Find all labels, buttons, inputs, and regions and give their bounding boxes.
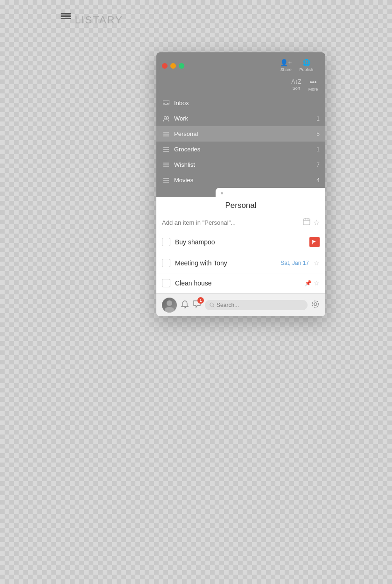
sidebar-item-wishlist-count: 7 (316, 162, 320, 168)
task-2-star[interactable]: ☆ (314, 259, 320, 267)
task-2-date: Sat, Jan 17 (280, 260, 309, 266)
minimize-button[interactable] (170, 63, 176, 69)
sidebar-item-groceries-label: Groceries (174, 146, 316, 153)
messages-button[interactable]: 1 (193, 300, 201, 310)
wishlist-icon (162, 162, 170, 168)
app-window: 👤+ Share 🌐 Publish A↕Z Sort ••• More (156, 52, 325, 316)
task-item: Clean house 📌 ☆ (156, 273, 325, 293)
app-title: Listary (75, 14, 123, 26)
close-button[interactable] (162, 63, 168, 69)
task-3-checkbox[interactable] (162, 279, 170, 287)
calendar-icon[interactable] (303, 218, 310, 227)
svg-marker-19 (313, 240, 316, 243)
star-empty-icon[interactable]: ☆ (313, 218, 320, 227)
sidebar-item-inbox[interactable]: Inbox (156, 95, 325, 111)
svg-point-2 (167, 116, 169, 119)
task-3-pin[interactable]: 📌 (305, 280, 312, 286)
sidebar-item-work[interactable]: Work 1 (156, 111, 325, 126)
avatar[interactable] (162, 298, 177, 313)
sort-button[interactable]: A↕Z Sort (288, 78, 305, 93)
sidebar-item-wishlist[interactable]: Wishlist 7 (156, 157, 325, 172)
svg-point-24 (210, 303, 213, 306)
svg-rect-0 (163, 100, 169, 104)
sidebar-item-wishlist-label: Wishlist (174, 161, 316, 168)
personal-icon (162, 131, 170, 137)
more-label: More (308, 87, 318, 92)
add-item-row: ☆ (156, 214, 325, 231)
sidebar-list: Inbox Work 1 (156, 95, 325, 188)
sidebar: 👤+ Share 🌐 Publish A↕Z Sort ••• More (156, 52, 325, 188)
svg-point-1 (164, 116, 167, 119)
task-1-checkbox[interactable] (162, 238, 170, 246)
more-button[interactable]: ••• More (305, 78, 322, 93)
task-1-name: Buy shampoo (175, 238, 309, 246)
share-label: Share (280, 67, 292, 72)
movies-icon (162, 178, 170, 183)
task-1-flag[interactable] (309, 237, 320, 247)
maximize-button[interactable] (179, 63, 184, 69)
svg-point-21 (167, 300, 172, 306)
sidebar-item-personal-label: Personal (174, 130, 316, 137)
task-list: Buy shampoo Meeting with Tony Sat, Jan 1… (156, 231, 325, 293)
sidebar-item-work-label: Work (174, 115, 316, 122)
sidebar-toolbar: 👤+ Share 🌐 Publish (273, 57, 320, 75)
sidebar-item-personal[interactable]: Personal 5 (156, 126, 325, 142)
svg-point-27 (312, 301, 319, 307)
sidebar-item-inbox-label: Inbox (174, 100, 320, 107)
svg-point-23 (184, 307, 186, 308)
inbox-icon (162, 100, 170, 106)
sidebar-item-groceries[interactable]: Groceries 1 (156, 142, 325, 157)
sort-icon: A↕Z (291, 78, 301, 85)
toolbar-row-2: A↕Z Sort ••• More (156, 78, 325, 95)
task-3-star[interactable]: ☆ (314, 279, 320, 287)
sidebar-item-movies-count: 4 (316, 177, 320, 184)
svg-line-25 (213, 306, 214, 307)
share-button[interactable]: 👤+ Share (277, 58, 294, 73)
window-controls: 👤+ Share 🌐 Publish (156, 52, 325, 78)
panel-transition (156, 188, 325, 197)
more-icon: ••• (310, 78, 317, 86)
share-icon: 👤+ (280, 59, 292, 66)
sidebar-item-personal-count: 5 (316, 131, 320, 137)
search-box[interactable] (205, 300, 308, 310)
task-3-name: Clean house (175, 279, 303, 287)
sidebar-item-movies[interactable]: Movies 4 (156, 172, 325, 188)
notification-button[interactable] (181, 300, 189, 310)
task-item: Meeting with Tony Sat, Jan 17 ☆ (156, 253, 325, 273)
publish-icon: 🌐 (302, 59, 310, 66)
sort-label: Sort (293, 86, 301, 91)
bottom-bar: 1 (156, 293, 325, 316)
task-item: Buy shampoo (156, 231, 325, 253)
messages-badge: 1 (197, 297, 204, 304)
svg-point-26 (314, 303, 317, 306)
work-icon (162, 116, 170, 121)
task-2-name: Meeting with Tony (175, 259, 280, 267)
svg-rect-15 (303, 219, 310, 225)
content-header: Personal (156, 197, 325, 214)
publish-label: Publish (299, 67, 313, 72)
sidebar-item-groceries-count: 1 (316, 146, 320, 153)
avatar-image (162, 298, 177, 313)
settings-button[interactable] (311, 300, 320, 310)
search-input[interactable] (217, 302, 303, 308)
app-menu-icon[interactable] (61, 13, 71, 19)
svg-point-22 (165, 307, 174, 313)
publish-button[interactable]: 🌐 Publish (296, 58, 316, 73)
add-item-actions: ☆ (303, 218, 320, 227)
groceries-icon (162, 147, 170, 152)
sidebar-item-movies-label: Movies (174, 177, 316, 184)
sidebar-item-work-count: 1 (316, 115, 320, 122)
dot-indicator (221, 192, 223, 194)
add-item-input[interactable] (162, 219, 303, 226)
task-2-checkbox[interactable] (162, 259, 170, 267)
content-title: Personal (164, 201, 318, 210)
